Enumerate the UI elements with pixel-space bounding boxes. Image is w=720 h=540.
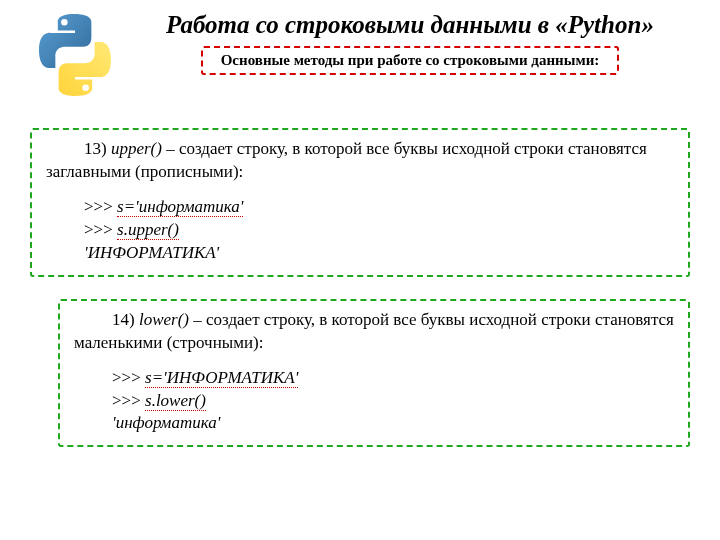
code-text: s.upper() [117, 220, 179, 240]
code-line: >>> s.upper() [84, 219, 674, 242]
prompt: >>> [84, 197, 117, 216]
method-description: 13) upper() – создает строку, в которой … [46, 138, 674, 184]
code-block: >>> s='информатика' >>> s.upper() 'ИНФОР… [84, 196, 674, 265]
code-text: s.lower() [145, 391, 206, 411]
method-box-lower: 14) lower() – создает строку, в которой … [58, 299, 690, 448]
method-name: upper() [111, 139, 162, 158]
prompt: >>> [112, 391, 145, 410]
method-number: 14) [112, 310, 135, 329]
code-line: >>> s='информатика' [84, 196, 674, 219]
title-block: Работа со строковыми данными в «Python» … [130, 10, 690, 75]
page-title: Работа со строковыми данными в «Python» [130, 10, 690, 40]
code-text: s='ИНФОРМАТИКА' [145, 368, 298, 388]
code-line: >>> s='ИНФОРМАТИКА' [112, 367, 674, 390]
header-row: Работа со строковыми данными в «Python» … [30, 10, 690, 100]
method-name: lower() [139, 310, 189, 329]
prompt: >>> [84, 220, 117, 239]
method-number: 13) [84, 139, 107, 158]
prompt: >>> [112, 368, 145, 387]
method-description: 14) lower() – создает строку, в которой … [74, 309, 674, 355]
code-result: 'информатика' [112, 412, 674, 435]
content: 13) upper() – создает строку, в которой … [30, 128, 690, 447]
subtitle-box: Основные методы при работе со строковыми… [201, 46, 620, 75]
code-block: >>> s='ИНФОРМАТИКА' >>> s.lower() 'инфор… [112, 367, 674, 436]
code-line: >>> s.lower() [112, 390, 674, 413]
code-result: 'ИНФОРМАТИКА' [84, 242, 674, 265]
python-logo-icon [30, 10, 120, 100]
code-text: s='информатика' [117, 197, 243, 217]
method-box-upper: 13) upper() – создает строку, в которой … [30, 128, 690, 277]
